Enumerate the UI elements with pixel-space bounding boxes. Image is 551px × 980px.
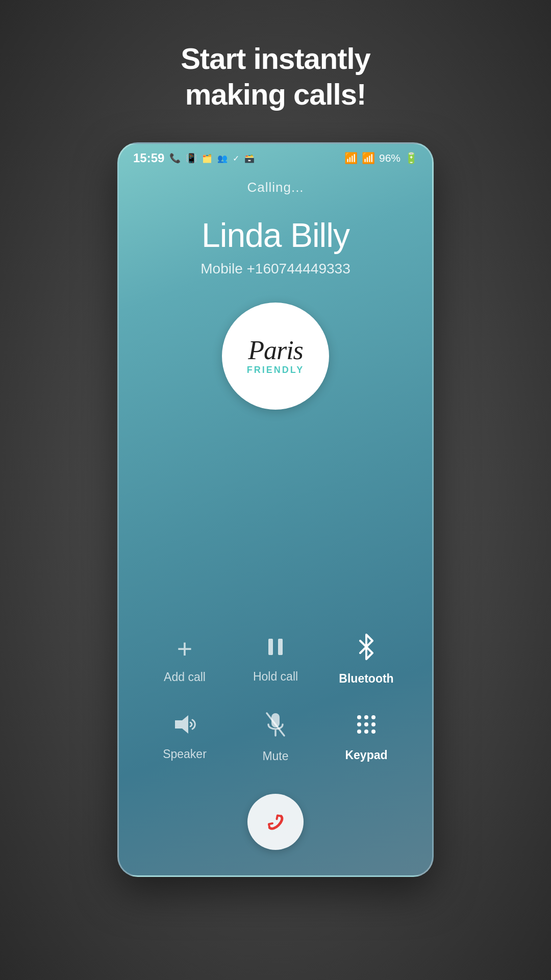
status-bar: 15:59 📞 📳 🗂️ 👥 ✓ 🗃️ 📶 📶 96% 🔋 [119, 144, 432, 169]
svg-point-9 [357, 722, 361, 726]
signal-icon: 📶 [362, 152, 375, 164]
actions-section: + Add call Hold call [119, 634, 432, 789]
calling-label: Calling... [247, 180, 304, 195]
mute-button[interactable]: Mute [245, 711, 306, 763]
contact-name: Linda Billy [202, 216, 349, 255]
phone-frame: 15:59 📞 📳 🗂️ 👥 ✓ 🗃️ 📶 📶 96% 🔋 Calling...… [117, 142, 434, 877]
actions-row-2: Speaker Mute [139, 711, 412, 763]
add-call-label: Add call [164, 670, 206, 684]
svg-point-7 [364, 715, 368, 719]
call-content: Calling... Linda Billy Mobile +160744449… [119, 169, 432, 875]
mute-label: Mute [262, 749, 288, 763]
hold-call-label: Hold call [253, 670, 298, 684]
svg-marker-2 [175, 715, 188, 734]
add-call-button[interactable]: + Add call [154, 636, 215, 684]
svg-point-14 [371, 730, 375, 734]
phone-status-icon: 📞 [169, 153, 181, 164]
status-left: 15:59 📞 📳 🗂️ 👥 ✓ 🗃️ [133, 151, 255, 165]
svg-point-11 [371, 722, 375, 726]
wifi-icon: 📶 [344, 152, 358, 164]
mute-icon [264, 711, 287, 741]
svg-point-6 [357, 715, 361, 719]
bluetooth-icon [355, 634, 378, 664]
status-right: 📶 📶 96% 🔋 [344, 152, 418, 164]
svg-point-12 [357, 730, 361, 734]
bag-icon: 🗃️ [244, 154, 255, 163]
svg-point-8 [371, 715, 375, 719]
svg-point-10 [364, 722, 368, 726]
headline-line2: making calls! [181, 77, 370, 112]
keypad-label: Keypad [345, 748, 387, 762]
check-icon: ✓ [233, 154, 239, 163]
speaker-icon [172, 713, 197, 739]
speaker-button[interactable]: Speaker [154, 713, 215, 761]
keypad-button[interactable]: Keypad [336, 712, 397, 762]
bluetooth-button[interactable]: Bluetooth [336, 634, 397, 686]
avatar-friendly: FRIENDLY [247, 365, 304, 375]
status-time: 15:59 [133, 151, 164, 165]
battery-text: 96% [379, 152, 400, 164]
headline-line1: Start instantly [181, 41, 370, 77]
add-call-icon: + [177, 636, 192, 662]
end-call-section [247, 794, 304, 850]
headline: Start instantly making calls! [181, 41, 370, 112]
end-call-icon [255, 801, 296, 843]
battery-icon: 🔋 [405, 152, 418, 164]
people-icon: 👥 [217, 154, 228, 163]
end-call-button[interactable] [247, 794, 304, 850]
keypad-icon [354, 712, 379, 740]
message-icon: 🗂️ [202, 154, 212, 163]
speaker-label: Speaker [163, 747, 207, 761]
voicemail-icon: 📳 [186, 153, 197, 164]
actions-row-1: + Add call Hold call [139, 634, 412, 686]
svg-rect-0 [268, 639, 273, 655]
hold-call-icon [264, 636, 287, 662]
hold-call-button[interactable]: Hold call [245, 636, 306, 684]
svg-rect-1 [278, 639, 283, 655]
contact-number: Mobile +160744449333 [201, 261, 350, 277]
bluetooth-label: Bluetooth [339, 672, 393, 686]
svg-point-13 [364, 730, 368, 734]
avatar-paris: Paris [248, 337, 303, 364]
contact-avatar: Paris FRIENDLY [222, 303, 329, 410]
